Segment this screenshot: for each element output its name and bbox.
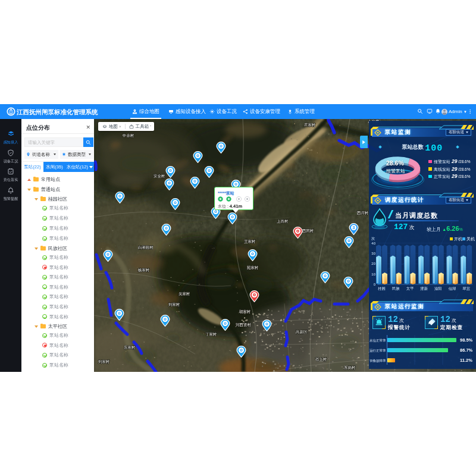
svg-text:翠宜: 翠宜 bbox=[462, 286, 470, 290]
svg-text:东岗村: 东岗村 bbox=[344, 365, 356, 370]
svg-text:吴家村: 吴家村 bbox=[178, 292, 190, 296]
svg-text:太平: 太平 bbox=[406, 286, 414, 290]
svg-text:丁家村: 丁家村 bbox=[205, 332, 217, 337]
svg-text:西冈村: 西冈村 bbox=[302, 228, 314, 233]
svg-text:3: 3 bbox=[352, 225, 355, 230]
svg-text:40: 40 bbox=[371, 242, 375, 245]
svg-text:中余村: 中余村 bbox=[123, 133, 134, 138]
svg-text:庄家村: 庄家村 bbox=[304, 123, 316, 127]
svg-text:杨家村: 杨家村 bbox=[137, 268, 150, 273]
svg-text:刘家村: 刘家村 bbox=[168, 302, 180, 307]
svg-text:苍上村: 苍上村 bbox=[315, 357, 327, 362]
svg-text:灌新: 灌新 bbox=[420, 286, 428, 291]
svg-text:仙湖: 仙湖 bbox=[449, 286, 456, 290]
svg-text:胡家村: 胡家村 bbox=[239, 309, 251, 314]
svg-text:30: 30 bbox=[371, 252, 375, 255]
svg-text:桂园: 桂园 bbox=[377, 286, 386, 291]
svg-text:10: 10 bbox=[371, 273, 375, 276]
svg-text:河西贤村: 河西贤村 bbox=[236, 322, 251, 327]
svg-text:西岸村: 西岸村 bbox=[356, 211, 369, 215]
svg-text:王家村: 王家村 bbox=[244, 239, 256, 244]
svg-text:白蒋殿村: 白蒋殿村 bbox=[138, 245, 154, 250]
svg-text:乐家村: 乐家村 bbox=[124, 345, 136, 350]
svg-text:刘家村: 刘家村 bbox=[98, 359, 110, 364]
svg-text:20: 20 bbox=[371, 262, 375, 265]
svg-text:高新区: 高新区 bbox=[296, 330, 308, 334]
svg-text:0: 0 bbox=[374, 283, 376, 286]
svg-text:苑家村: 苑家村 bbox=[246, 265, 259, 270]
svg-text:民族: 民族 bbox=[392, 286, 400, 290]
svg-text:上肖村: 上肖村 bbox=[277, 219, 289, 224]
svg-text:安全村: 安全村 bbox=[154, 174, 165, 178]
svg-text:渝阳: 渝阳 bbox=[434, 286, 442, 291]
